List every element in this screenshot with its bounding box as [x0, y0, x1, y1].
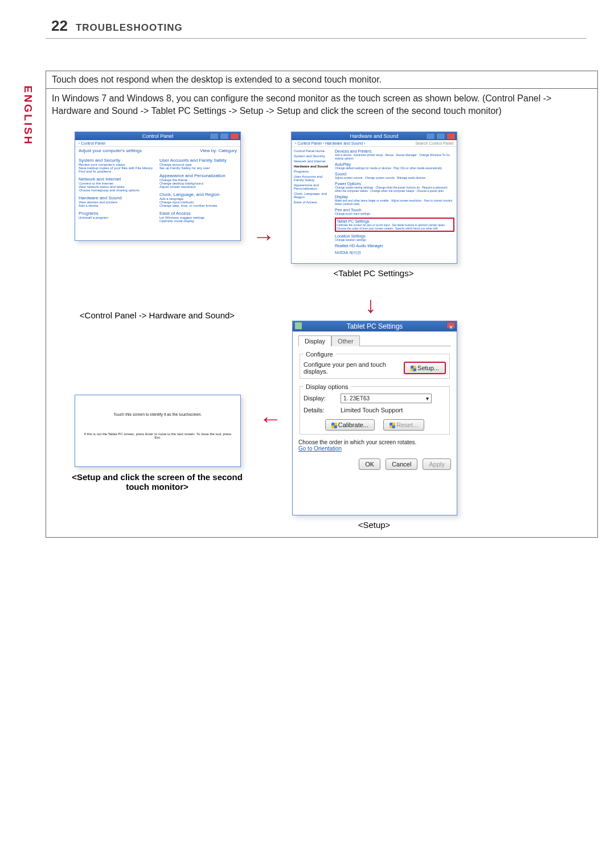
- cp-sublink[interactable]: Set up Family Safety for any user: [159, 166, 237, 170]
- arrow-down-icon: ↓: [365, 292, 376, 318]
- hs-item-sub[interactable]: Adjust system volume · Change system sou…: [335, 176, 454, 179]
- cancel-button[interactable]: Cancel: [386, 458, 417, 470]
- hs-sidebar-item[interactable]: Network and Internet: [294, 159, 333, 163]
- language-sidebar: ENGLISH: [20, 84, 35, 147]
- setup-button[interactable]: Setup...: [404, 362, 446, 374]
- hs-item[interactable]: AutoPlayChange default settings for medi…: [335, 162, 454, 170]
- calibrate-button[interactable]: Calibrate...: [325, 419, 375, 431]
- cp-category-title[interactable]: Ease of Access: [159, 211, 237, 216]
- cp-category[interactable]: Network and InternetConnect to the Inter…: [79, 177, 156, 192]
- hs-item-sub[interactable]: Change default settings for media or dev…: [335, 166, 454, 170]
- close-button[interactable]: [446, 133, 456, 140]
- hs-item-sub[interactable]: Calibrate the screen for pen or touch in…: [337, 223, 453, 230]
- cp-category-title[interactable]: Appearance and Personalization: [159, 173, 237, 178]
- hs-item-title[interactable]: Devices and Printers: [335, 149, 454, 153]
- cp-category[interactable]: Appearance and PersonalizationChange the…: [159, 173, 237, 189]
- cp-category[interactable]: Hardware and SoundView devices and print…: [79, 195, 156, 207]
- hs-sidebar-item[interactable]: Control Panel Home: [294, 149, 333, 153]
- hs-item-title[interactable]: Location Settings: [335, 234, 454, 238]
- close-button[interactable]: [230, 133, 239, 140]
- cp-category-title[interactable]: Clock, Language, and Region: [159, 192, 237, 197]
- arrow-left-icon: ←: [259, 406, 282, 432]
- maximize-button[interactable]: [220, 133, 229, 140]
- hs-item-sub[interactable]: Change touch input settings: [335, 212, 454, 215]
- hs-sidebar-item[interactable]: Ease of Access: [294, 200, 333, 204]
- hs-item-title[interactable]: Realtek HD Audio Manager: [335, 244, 454, 248]
- hs-item-title[interactable]: Power Options: [335, 182, 454, 186]
- hs-item-sub[interactable]: Make text and other items larger or smal…: [335, 199, 454, 206]
- hs-item-title[interactable]: Display: [335, 195, 454, 199]
- cp-sublink[interactable]: Add a device: [79, 204, 156, 207]
- configure-legend: Configure: [304, 351, 335, 358]
- cp-category[interactable]: User Accounts and Family SafetyChange ac…: [159, 158, 237, 170]
- hs-item[interactable]: DisplayMake text and other items larger …: [335, 195, 454, 206]
- hs-item-title[interactable]: Sound: [335, 172, 454, 176]
- cp-sublink[interactable]: Find and fix problems: [79, 170, 156, 173]
- ok-button[interactable]: OK: [359, 458, 380, 470]
- cp-category-title[interactable]: User Accounts and Family Safety: [159, 158, 237, 163]
- cp-sublink[interactable]: Choose homegroup and sharing options: [79, 189, 156, 192]
- cp-category[interactable]: Ease of AccessLet Windows suggest settin…: [159, 211, 237, 223]
- tab-display[interactable]: Display: [298, 335, 331, 346]
- cp-sublink[interactable]: Save backup copies of your files with Fi…: [79, 166, 156, 170]
- display-select-value: 1. 23ET63: [343, 395, 370, 402]
- close-button[interactable]: ×: [446, 322, 456, 329]
- hs-item[interactable]: NVIDIA 제어판: [335, 250, 454, 256]
- cp-sublink[interactable]: Optimize visual display: [159, 219, 237, 223]
- cp-category[interactable]: System and SecurityReview your computer'…: [79, 158, 156, 173]
- maximize-button[interactable]: [436, 133, 445, 140]
- hs-item-title[interactable]: Tablet PC Settings: [337, 219, 453, 223]
- caption-setup-step: <Setup and click the screen of the secon…: [69, 472, 245, 492]
- hs-item-title[interactable]: AutoPlay: [335, 162, 454, 166]
- hs-item[interactable]: SoundAdjust system volume · Change syste…: [335, 172, 454, 179]
- hs-item[interactable]: Realtek HD Audio Manager: [335, 244, 454, 248]
- hs-item-title[interactable]: Pen and Touch: [335, 208, 454, 212]
- cp-category-title[interactable]: Network and Internet: [79, 177, 156, 182]
- cp-sublink[interactable]: Adjust screen resolution: [159, 185, 237, 189]
- troubleshooting-box: Touch does not respond when the desktop …: [46, 71, 598, 538]
- hs-sidebar-item[interactable]: Hardware and Sound: [294, 165, 333, 168]
- cp-sublink[interactable]: Uninstall a program: [79, 216, 156, 219]
- hs-sidebar-item[interactable]: Clock, Language, and Region: [294, 192, 333, 199]
- touch-identify-window: Touch this screen to identify it as the …: [75, 395, 241, 467]
- apply-button[interactable]: Apply: [423, 458, 451, 470]
- hs-sidebar-item[interactable]: User Accounts and Family Safety: [294, 175, 333, 182]
- hs-breadcrumb: › Control Panel › Hardware and Sound ›: [295, 141, 365, 145]
- hs-item-sub[interactable]: Change power-saving settings · Change wh…: [335, 186, 454, 193]
- minimize-button[interactable]: [426, 133, 435, 140]
- hs-sidebar-item[interactable]: Programs: [294, 170, 333, 173]
- cp-viewby[interactable]: View by: Category: [200, 148, 237, 153]
- hs-item[interactable]: Pen and TouchChange touch input settings: [335, 208, 454, 215]
- minimize-button[interactable]: [210, 133, 219, 140]
- issue-body: In Windows 7 and Windows 8, you can conf…: [46, 89, 597, 121]
- display-select[interactable]: 1. 23ET63 ▾: [341, 394, 432, 403]
- shield-icon: [331, 423, 337, 428]
- orientation-link[interactable]: Go to Orientation: [298, 445, 451, 452]
- hs-item[interactable]: Devices and PrintersAdd a device · Advan…: [335, 149, 454, 160]
- rotate-text: Choose the order in which your screen ro…: [298, 439, 451, 445]
- hs-item-sub[interactable]: Add a device · Advanced printer setup · …: [335, 153, 454, 160]
- cp-category-title[interactable]: Programs: [79, 211, 156, 216]
- cp-category-title[interactable]: System and Security: [79, 158, 156, 163]
- hs-sidebar-item[interactable]: System and Security: [294, 154, 333, 158]
- cp-category-title[interactable]: Hardware and Sound: [79, 195, 156, 200]
- cp-category[interactable]: ProgramsUninstall a program: [79, 211, 156, 219]
- caption-setup: <Setup>: [292, 520, 456, 530]
- calibrate-label: Calibrate...: [338, 421, 368, 428]
- touch-line1: Touch this screen to identify it as the …: [75, 412, 240, 416]
- control-panel-title: Control Panel: [142, 133, 174, 139]
- hs-item[interactable]: Power OptionsChange power-saving setting…: [335, 182, 454, 193]
- hs-item-title[interactable]: NVIDIA 제어판: [335, 250, 454, 256]
- hs-item[interactable]: Location SettingsChange location setting…: [335, 234, 454, 241]
- hs-search[interactable]: Search Control Panel: [415, 141, 453, 145]
- reset-button[interactable]: Reset...: [383, 419, 424, 431]
- hs-item-sub[interactable]: Change location settings: [335, 238, 454, 241]
- cp-sublink[interactable]: Change date, time, or number formats: [159, 204, 237, 207]
- hs-item[interactable]: Tablet PC SettingsCalibrate the screen f…: [335, 218, 454, 232]
- tab-other[interactable]: Other: [331, 335, 360, 346]
- display-options-legend: Display options: [304, 383, 351, 390]
- hs-sidebar-item[interactable]: Appearance and Personalization: [294, 183, 333, 190]
- cp-category[interactable]: Clock, Language, and RegionAdd a languag…: [159, 192, 237, 207]
- hs-titlebar: Hardware and Sound: [292, 132, 457, 140]
- hs-title: Hardware and Sound: [350, 133, 398, 139]
